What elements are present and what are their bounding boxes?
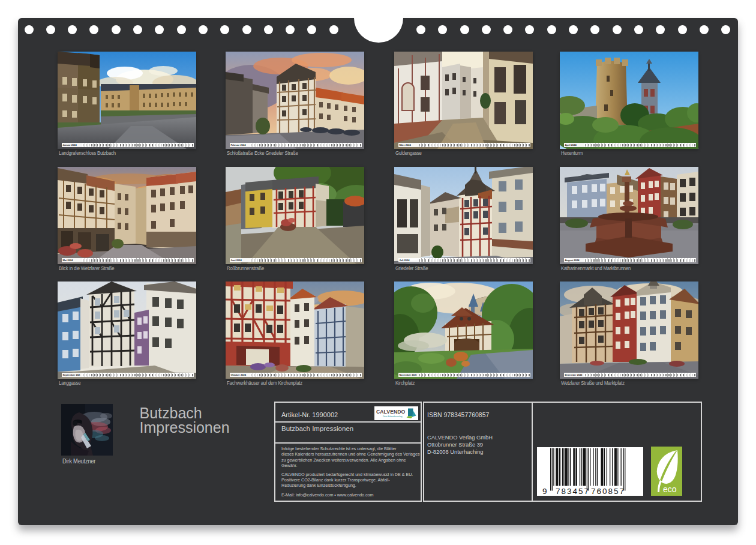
svg-text:783457: 783457 xyxy=(556,487,590,496)
svg-text:eco: eco xyxy=(663,484,677,494)
svg-text:Dein Kalenderverlag: Dein Kalenderverlag xyxy=(383,415,403,418)
svg-text:9: 9 xyxy=(542,487,547,496)
svg-text:760857: 760857 xyxy=(591,487,625,496)
svg-text:CALVENDO: CALVENDO xyxy=(376,409,406,415)
